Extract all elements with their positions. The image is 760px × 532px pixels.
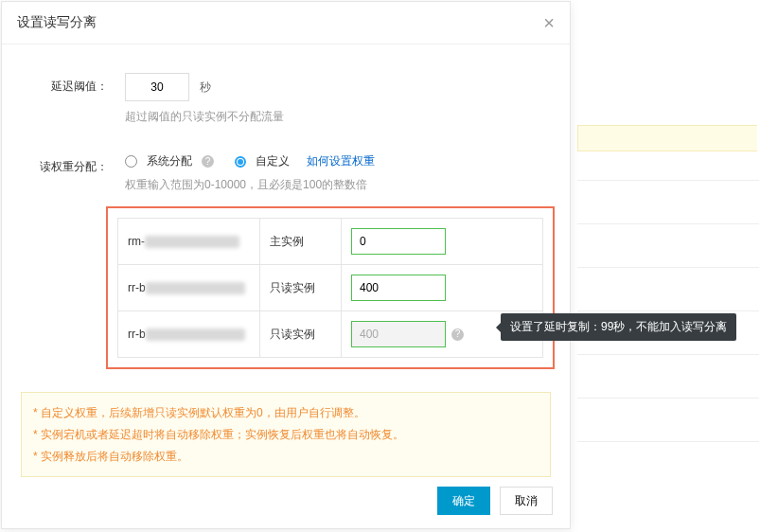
background-line xyxy=(577,223,759,224)
threshold-input[interactable] xyxy=(125,73,189,101)
blurred-id xyxy=(145,236,239,248)
instance-id-cell: rr-b xyxy=(118,265,260,310)
note-line: * 实例宕机或者延迟超时将自动移除权重；实例恢复后权重也将自动恢复。 xyxy=(33,424,539,446)
note-line: * 自定义权重，后续新增只读实例默认权重为0，由用户自行调整。 xyxy=(33,402,539,424)
background-line xyxy=(577,267,759,268)
blurred-id xyxy=(146,282,245,294)
background-line xyxy=(577,354,759,355)
instance-id-cell: rm- xyxy=(118,219,260,264)
instance-prefix: rm- xyxy=(128,235,145,248)
instance-type-cell: 只读实例 xyxy=(260,265,342,310)
modal-footer: 确定 取消 xyxy=(437,487,553,515)
close-icon[interactable]: × xyxy=(543,13,555,32)
threshold-help: 超过阈值的只读实例不分配流量 xyxy=(125,109,551,125)
instance-prefix: rr-b xyxy=(128,281,146,294)
threshold-unit: 秒 xyxy=(200,80,211,94)
modal-body: 延迟阈值： 秒 超过阈值的只读实例不分配流量 读权重分配： 系统分配 ? 自定义… xyxy=(2,44,570,487)
blurred-id xyxy=(146,328,245,341)
table-row: rr-b 只读实例 xyxy=(118,265,542,311)
instance-id-cell: rr-b xyxy=(118,311,260,357)
help-icon[interactable]: ? xyxy=(202,155,214,168)
radio-custom-label: 自定义 xyxy=(256,153,290,169)
cancel-button[interactable]: 取消 xyxy=(500,487,553,515)
radio-custom[interactable] xyxy=(235,156,246,168)
radio-system-label: 系统分配 xyxy=(147,153,192,169)
instance-type-cell: 主实例 xyxy=(260,219,342,264)
help-icon[interactable]: ? xyxy=(451,328,464,341)
threshold-label: 延迟阈值： xyxy=(21,73,125,125)
table-row: rr-b 只读实例 ? xyxy=(118,311,542,357)
background-line xyxy=(577,310,759,311)
threshold-row: 延迟阈值： 秒 超过阈值的只读实例不分配流量 xyxy=(21,73,551,125)
instance-type-cell: 只读实例 xyxy=(260,311,342,357)
background-line xyxy=(577,441,759,442)
tooltip: 设置了延时复制：99秒，不能加入读写分离 xyxy=(501,313,736,341)
modal-dialog: 设置读写分离 × 延迟阈值： 秒 超过阈值的只读实例不分配流量 读权重分配： 系… xyxy=(1,1,571,529)
weight-input-disabled xyxy=(351,321,446,347)
weight-row: 读权重分配： 系统分配 ? 自定义 如何设置权重 权重输入范围为0-10000，… xyxy=(21,153,551,369)
note-line: * 实例释放后将自动移除权重。 xyxy=(33,446,539,468)
weight-range-help: 权重输入范围为0-10000，且必须是100的整数倍 xyxy=(125,177,551,193)
weight-table: rm- 主实例 rr-b 只读实例 xyxy=(117,218,543,358)
weight-input[interactable] xyxy=(351,275,446,301)
modal-header: 设置读写分离 × xyxy=(2,2,570,44)
radio-system[interactable] xyxy=(125,155,137,168)
table-row: rm- 主实例 xyxy=(118,219,542,265)
weight-help-link[interactable]: 如何设置权重 xyxy=(307,153,375,169)
background-line xyxy=(577,180,759,181)
modal-title: 设置读写分离 xyxy=(17,14,97,31)
background-stripe xyxy=(577,125,757,151)
notes-box: * 自定义权重，后续新增只读实例默认权重为0，由用户自行调整。 * 实例宕机或者… xyxy=(21,392,551,477)
weight-input[interactable] xyxy=(351,228,446,255)
instance-prefix: rr-b xyxy=(128,328,146,341)
weight-table-box: rm- 主实例 rr-b 只读实例 xyxy=(106,206,555,369)
background-line xyxy=(577,398,759,399)
ok-button[interactable]: 确定 xyxy=(437,487,490,515)
